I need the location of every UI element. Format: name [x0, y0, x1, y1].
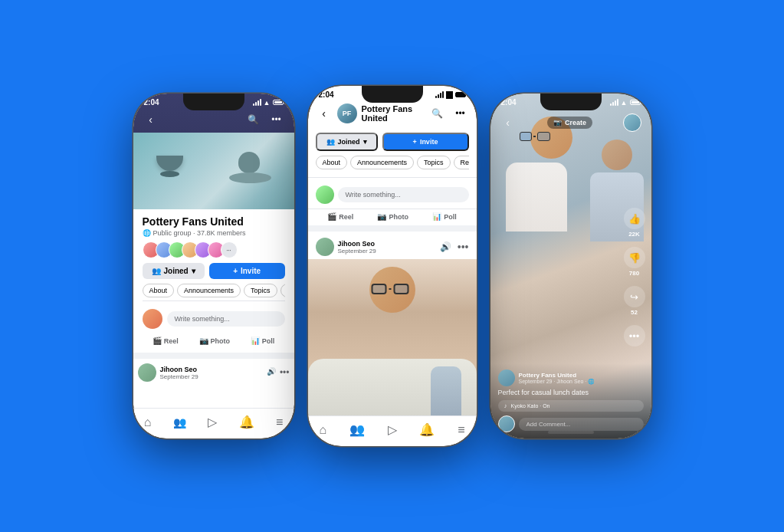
post-header-icons-left: 🔊 ••• — [267, 367, 290, 378]
comment-input-right[interactable]: Add Comment... — [519, 418, 644, 431]
more-action[interactable]: ••• — [624, 325, 645, 346]
nav-home-center[interactable]: ⌂ — [319, 423, 326, 437]
phone2-nav: ‹ PF Pottery Fans United 🔍 ••• — [308, 100, 477, 128]
nav-menu-center[interactable]: ≡ — [458, 423, 464, 437]
more-dots-center[interactable]: ••• — [458, 241, 469, 253]
reel-btn-center[interactable]: 🎬 Reel — [327, 212, 353, 221]
music-bar-right[interactable]: ♪ Kyoko Kato · On — [498, 400, 644, 412]
nav-reels-left[interactable]: ▷ — [208, 415, 217, 429]
more-button-left[interactable]: ••• — [268, 111, 285, 128]
invite-button-center[interactable]: + Invite — [382, 133, 469, 151]
pottery-bowl-1 — [156, 156, 183, 171]
back-button-center[interactable]: ‹ — [316, 105, 333, 122]
pottery-bowl-2 — [238, 152, 260, 173]
group-text-right: Pottery Fans United September 29 · Jihoo… — [519, 372, 595, 385]
top-nav-right: ‹ 📷 Create — [490, 110, 651, 135]
write-box-left: Write something... — [143, 304, 285, 333]
group-meta-left: 🌐 Public group · 37.8K members — [143, 229, 285, 237]
group-name-center: Pottery Fans United — [362, 104, 425, 123]
poll-btn-left[interactable]: 📊 Poll — [251, 337, 275, 345]
post-header-left: Jihoon Seo September 29 🔊 ••• — [138, 363, 290, 382]
caption-right: Perfect for casual lunch dates — [498, 389, 644, 396]
reel-icon-center: 🎬 — [327, 212, 336, 221]
poll-icon-left: 📊 — [251, 337, 260, 345]
tab-announcements-left[interactable]: Announcements — [177, 284, 241, 297]
joined-button-left[interactable]: 👥 Joined ▾ — [143, 263, 205, 279]
globe-icon-left: 🌐 — [143, 229, 151, 237]
search-button-center[interactable]: 🔍 — [429, 105, 446, 122]
share-action[interactable]: ↪ 52 — [624, 286, 645, 316]
joined-button-center[interactable]: 👥 Joined ▾ — [316, 133, 378, 151]
tab-announcements-center[interactable]: Announcements — [350, 156, 414, 169]
media-row-center: 🎬 Reel 📷 Photo 📊 Poll — [308, 209, 477, 232]
more-dots-left[interactable]: ••• — [280, 367, 290, 378]
back-button-left[interactable]: ‹ — [143, 111, 159, 128]
tab-bar-center: About Announcements Topics Reels — [316, 156, 469, 169]
invite-icon-center: + — [413, 138, 417, 146]
invite-button-left[interactable]: + Invite — [209, 263, 285, 279]
search-button-left[interactable]: 🔍 — [245, 111, 262, 128]
tab-topics-center[interactable]: Topics — [417, 156, 451, 169]
member-avatars-left: ··· — [143, 241, 285, 258]
post-preview-left: Jihoon Seo September 29 🔊 ••• — [133, 353, 294, 389]
home-icon-left: ⌂ — [144, 415, 152, 429]
write-avatar-left — [143, 309, 162, 329]
time-left: 2:04 — [144, 98, 159, 107]
write-input-center[interactable]: Write something... — [338, 187, 469, 202]
invite-icon-left: + — [233, 267, 238, 275]
back-button-right[interactable]: ‹ — [500, 114, 517, 131]
comment-bar-right: Add Comment... — [498, 415, 644, 432]
battery-center — [455, 92, 466, 97]
groups-icon-left: 👥 — [173, 416, 186, 429]
chevron-down-icon-left: ▾ — [192, 267, 195, 275]
tab-about-center[interactable]: About — [316, 156, 348, 169]
nav-menu-left[interactable]: ≡ — [276, 415, 283, 429]
notch-right — [540, 94, 602, 110]
post-avatar-center — [316, 238, 334, 256]
status-icons-center: ▲ — [435, 91, 466, 99]
volume-icon-center[interactable]: 🔊 — [440, 241, 451, 252]
phones-container: 2:04 ▲ ‹ — [133, 86, 651, 446]
tab-topics-left[interactable]: Topics — [244, 284, 277, 297]
write-input-left[interactable]: Write something... — [167, 311, 285, 327]
like-count: 22K — [628, 231, 640, 238]
more-button-center[interactable]: ••• — [452, 105, 469, 122]
write-avatar-center — [316, 186, 334, 204]
nav-reels-center[interactable]: ▷ — [388, 422, 397, 437]
nav-home-left[interactable]: ⌂ — [144, 415, 152, 429]
phone-center: 2:04 ▲ ‹ PF — [308, 86, 477, 446]
create-button-right[interactable]: 📷 Create — [547, 117, 592, 129]
action-buttons-right: 👍 22K 👎 780 ↪ 52 ••• — [624, 208, 645, 346]
status-icons-left: ▲ — [253, 99, 284, 107]
photo-btn-center[interactable]: 📷 Photo — [377, 212, 408, 221]
tab-reels-left[interactable]: Reels — [280, 284, 285, 297]
dislike-action[interactable]: 👎 780 — [624, 247, 645, 277]
group-logo-inner: PF — [337, 103, 357, 123]
group-info-left: Pottery Fans United 🌐 Public group · 37.… — [133, 209, 294, 353]
nav-notifications-center[interactable]: 🔔 — [419, 422, 435, 437]
photo-icon-center: 📷 — [377, 212, 386, 221]
poll-btn-center[interactable]: 📊 Poll — [432, 212, 457, 221]
nav-notifications-left[interactable]: 🔔 — [239, 415, 254, 429]
photo-btn-left[interactable]: 📷 Photo — [199, 337, 231, 345]
cover-photo-left — [133, 133, 294, 209]
tab-reels-center[interactable]: Reels — [454, 156, 469, 169]
tab-about-left[interactable]: About — [143, 284, 175, 297]
chevron-down-icon-center: ▾ — [363, 138, 367, 146]
nav-groups-center[interactable]: 👥 — [349, 422, 365, 437]
volume-icon-left[interactable]: 🔊 — [267, 367, 276, 378]
group-name-right: Pottery Fans United — [519, 372, 595, 379]
bell-icon-left: 🔔 — [239, 415, 254, 429]
time-center: 2:04 — [319, 90, 334, 99]
like-action[interactable]: 👍 22K — [624, 208, 645, 238]
nav-groups-left[interactable]: 👥 — [173, 416, 186, 429]
post-center: Jihoon Seo September 29 🔊 ••• — [308, 232, 477, 435]
notch-left — [183, 94, 244, 110]
reel-icon-left: 🎬 — [153, 337, 162, 345]
tab-bar-left: About Announcements Topics Reels — [143, 284, 285, 297]
notch-center — [362, 86, 423, 103]
user-avatar-right[interactable] — [623, 113, 641, 132]
reel-btn-left[interactable]: 🎬 Reel — [153, 337, 179, 345]
post-author-name-center: Jihoon Seo — [338, 240, 376, 248]
like-icon: 👍 — [624, 208, 645, 229]
